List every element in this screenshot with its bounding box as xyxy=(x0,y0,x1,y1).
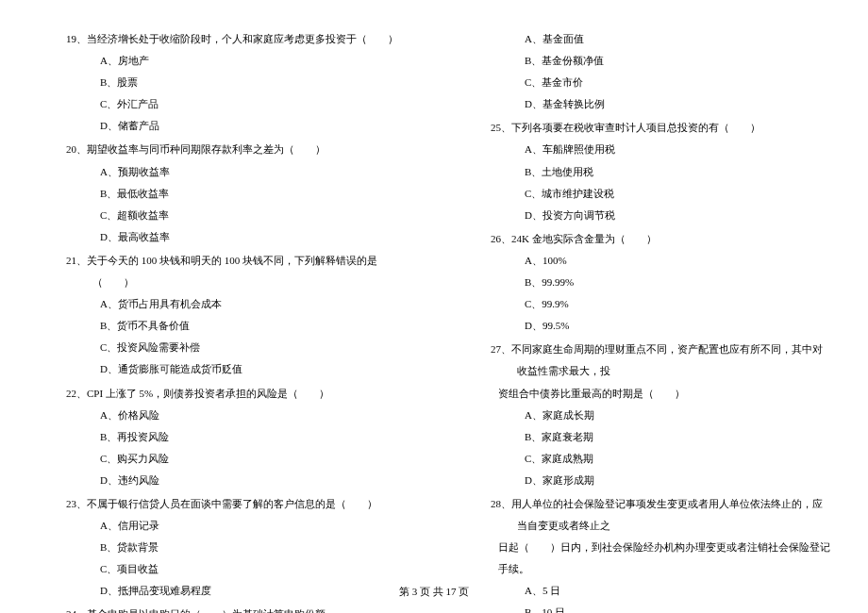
q20-opt-d: D、最高收益率 xyxy=(66,226,406,248)
q20-opt-a: A、预期收益率 xyxy=(66,161,406,183)
q24-opt-a: A、基金面值 xyxy=(491,28,830,50)
q26-opt-a: A、100% xyxy=(491,250,830,272)
q25-opt-d: D、投资方向调节税 xyxy=(491,205,830,226)
q20-opt-c: C、超额收益率 xyxy=(66,205,406,226)
q22-text: 22、CPI 上涨了 5%，则债券投资者承担的风险是（ ） xyxy=(66,383,406,405)
question-19: 19、当经济增长处于收缩阶段时，个人和家庭应考虑更多投资于（ ） A、房地产 B… xyxy=(66,28,406,137)
q21-opt-d: D、通货膨胀可能造成货币贬值 xyxy=(66,358,406,380)
q27-opt-a: A、家庭成长期 xyxy=(491,405,830,426)
q21-opt-a: A、货币占用具有机会成本 xyxy=(66,293,406,315)
q19-opt-a: A、房地产 xyxy=(66,50,406,72)
q27-opt-d: D、家庭形成期 xyxy=(491,470,830,491)
q19-opt-b: B、股票 xyxy=(66,72,406,93)
question-20: 20、期望收益率与同币种同期限存款利率之差为（ ） A、预期收益率 B、最低收益… xyxy=(66,139,406,247)
q19-opt-c: C、外汇产品 xyxy=(66,93,406,115)
q28-opt-b: B、10 日 xyxy=(491,602,830,613)
q22-opt-b: B、再投资风险 xyxy=(66,426,406,448)
q22-opt-c: C、购买力风险 xyxy=(66,448,406,470)
question-22: 22、CPI 上涨了 5%，则债券投资者承担的风险是（ ） A、价格风险 B、再… xyxy=(66,383,406,491)
q22-opt-d: D、违约风险 xyxy=(66,470,406,491)
question-24-continued: A、基金面值 B、基金份额净值 C、基金市价 D、基金转换比例 xyxy=(491,28,830,115)
q27-text: 27、不同家庭生命周期的理财重点不同，资产配置也应有所不同，其中对收益性需求最大… xyxy=(491,339,830,382)
q25-text: 25、下列各项要在税收审查时计人项目总投资的有（ ） xyxy=(491,117,830,139)
question-21: 21、关于今天的 100 块钱和明天的 100 块钱不同，下列解释错误的是（ ）… xyxy=(66,250,406,381)
q28-text2: 日起（ ）日内，到社会保险经办机构办理变更或者注销社会保险登记手续。 xyxy=(491,537,830,580)
q22-opt-a: A、价格风险 xyxy=(66,405,406,426)
q27-text2: 资组合中债券比重最高的时期是（ ） xyxy=(491,383,830,405)
q26-opt-c: C、99.9% xyxy=(491,293,830,315)
page-footer: 第 3 页 共 17 页 xyxy=(0,585,868,599)
q27-opt-b: B、家庭衰老期 xyxy=(491,426,830,448)
q23-opt-b: B、贷款背景 xyxy=(66,537,406,558)
q20-opt-b: B、最低收益率 xyxy=(66,183,406,205)
q21-opt-c: C、投资风险需要补偿 xyxy=(66,337,406,358)
q24-opt-b: B、基金份额净值 xyxy=(491,50,830,72)
question-24: 24、基金申购是以申购日的（ ）为基础计算申购份额。 xyxy=(66,604,406,613)
q26-text: 26、24K 金地实际含金量为（ ） xyxy=(491,228,830,250)
q25-opt-c: C、城市维护建设税 xyxy=(491,183,830,205)
question-27: 27、不同家庭生命周期的理财重点不同，资产配置也应有所不同，其中对收益性需求最大… xyxy=(491,339,830,491)
q24-text: 24、基金申购是以申购日的（ ）为基础计算申购份额。 xyxy=(66,604,406,613)
q24-opt-d: D、基金转换比例 xyxy=(491,93,830,115)
q27-opt-c: C、家庭成熟期 xyxy=(491,448,830,470)
page-content: 19、当经济增长处于收缩阶段时，个人和家庭应考虑更多投资于（ ） A、房地产 B… xyxy=(66,28,830,613)
right-column: A、基金面值 B、基金份额净值 C、基金市价 D、基金转换比例 25、下列各项要… xyxy=(491,28,830,613)
q28-text: 28、用人单位的社会保险登记事项发生变更或者用人单位依法终止的，应当自变更或者终… xyxy=(491,493,830,537)
q25-opt-a: A、车船牌照使用税 xyxy=(491,139,830,160)
q20-text: 20、期望收益率与同币种同期限存款利率之差为（ ） xyxy=(66,139,406,160)
q25-opt-b: B、土地使用税 xyxy=(491,161,830,183)
q21-text: 21、关于今天的 100 块钱和明天的 100 块钱不同，下列解释错误的是（ ） xyxy=(66,250,406,293)
q19-opt-d: D、储蓄产品 xyxy=(66,115,406,137)
q26-opt-d: D、99.5% xyxy=(491,315,830,337)
q23-text: 23、不属于银行信贷人员在面谈中需要了解的客户信息的是（ ） xyxy=(66,493,406,515)
q23-opt-a: A、信用记录 xyxy=(66,515,406,537)
left-column: 19、当经济增长处于收缩阶段时，个人和家庭应考虑更多投资于（ ） A、房地产 B… xyxy=(66,28,406,613)
question-26: 26、24K 金地实际含金量为（ ） A、100% B、99.99% C、99.… xyxy=(491,228,830,337)
q26-opt-b: B、99.99% xyxy=(491,272,830,293)
q24-opt-c: C、基金市价 xyxy=(491,72,830,93)
question-25: 25、下列各项要在税收审查时计人项目总投资的有（ ） A、车船牌照使用税 B、土… xyxy=(491,117,830,225)
q19-text: 19、当经济增长处于收缩阶段时，个人和家庭应考虑更多投资于（ ） xyxy=(66,28,406,50)
q21-opt-b: B、货币不具备价值 xyxy=(66,315,406,337)
q23-opt-c: C、项目收益 xyxy=(66,558,406,580)
